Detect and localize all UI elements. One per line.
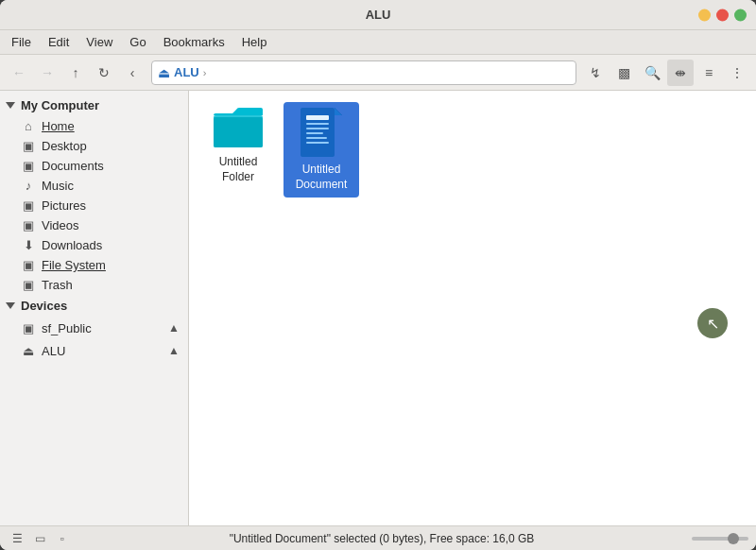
sidebar-item-label-documents: Documents xyxy=(42,159,104,173)
menu-bookmarks[interactable]: Bookmarks xyxy=(156,33,232,51)
window-title: ALU xyxy=(366,8,391,22)
sidebar-item-pictures[interactable]: ▣ Pictures xyxy=(0,196,188,215)
prev-location-icon: ‹ xyxy=(130,65,135,80)
downloads-icon: ⬇ xyxy=(21,238,36,252)
prev-location-button[interactable]: ‹ xyxy=(119,60,146,86)
sidebar-item-label-downloads: Downloads xyxy=(42,238,102,252)
alu-label: ALU xyxy=(42,344,160,358)
sidebar-item-label-home: Home xyxy=(42,119,75,133)
svg-rect-3 xyxy=(306,123,329,125)
filesystem-icon: ▣ xyxy=(21,258,36,272)
maximize-button[interactable] xyxy=(716,9,729,21)
menu-file[interactable]: File xyxy=(4,33,39,51)
icon-view-button[interactable]: ⇼ xyxy=(667,60,694,86)
desktop-icon: ▣ xyxy=(21,139,36,153)
split-view-icon: ↯ xyxy=(590,65,601,80)
sidebar-section-devices[interactable]: Devices xyxy=(0,295,188,317)
back-icon: ← xyxy=(12,65,26,80)
forward-button[interactable]: → xyxy=(34,60,60,86)
sidebar-item-label-music: Music xyxy=(42,179,74,193)
location-text: ALU xyxy=(174,65,199,79)
zoom-slider[interactable] xyxy=(692,537,748,541)
pictures-icon: ▣ xyxy=(21,198,36,213)
svg-rect-4 xyxy=(306,128,329,129)
cursor-arrow-icon: ↖ xyxy=(707,315,719,333)
sidebar-item-label-trash: Trash xyxy=(42,278,73,292)
menu-edit[interactable]: Edit xyxy=(41,33,77,51)
sidebar-item-filesystem[interactable]: ▣ File System xyxy=(0,255,188,275)
file-area[interactable]: UntitledFolder UntitledD xyxy=(189,91,756,525)
search-button[interactable]: 🔍 xyxy=(639,60,665,86)
statusbar: ☰ ▭ ▫ "Untitled Document" selected (0 by… xyxy=(0,525,756,550)
status-icon-2[interactable]: ▭ xyxy=(30,529,49,548)
location-bar-icon: ⏏ xyxy=(158,65,170,80)
reload-button[interactable]: ↻ xyxy=(91,60,117,86)
file-item-folder[interactable]: UntitledFolder xyxy=(200,102,276,198)
list-view-button[interactable]: ≡ xyxy=(696,60,722,86)
alu-eject-button[interactable]: ▲ xyxy=(165,342,182,359)
zoom-thumb xyxy=(728,533,739,544)
file-item-document[interactable]: UntitledDocument xyxy=(284,102,359,198)
sf-public-eject-button[interactable]: ▲ xyxy=(165,319,182,336)
devices-section-expand-icon xyxy=(6,302,15,309)
sidebar-item-desktop[interactable]: ▣ Desktop xyxy=(0,136,188,156)
split-view-button[interactable]: ↯ xyxy=(582,60,609,86)
cursor-circle: ↖ xyxy=(697,308,728,338)
location-bar[interactable]: ⏏ ALU › xyxy=(151,60,576,85)
sidebar-item-videos[interactable]: ▣ Videos xyxy=(0,215,188,235)
menu-go[interactable]: Go xyxy=(122,33,153,51)
sf-public-label: sf_Public xyxy=(42,321,160,335)
main-area: My Computer ⌂ Home ▣ Desktop ▣ Documents… xyxy=(0,91,756,525)
back-button[interactable]: ← xyxy=(6,60,32,86)
my-computer-label: My Computer xyxy=(21,98,99,112)
menu-view[interactable]: View xyxy=(78,33,120,51)
svg-rect-1 xyxy=(214,117,263,147)
sf-public-icon: ▣ xyxy=(21,321,36,335)
svg-rect-5 xyxy=(306,132,323,134)
sidebar-item-trash[interactable]: ▣ Trash xyxy=(0,275,188,295)
sidebar-item-music[interactable]: ♪ Music xyxy=(0,176,188,196)
close-button[interactable] xyxy=(734,9,747,21)
toolbar-right: ↯ ▩ 🔍 ⇼ ≡ ⋮ xyxy=(582,60,750,86)
alu-icon: ⏏ xyxy=(21,344,36,358)
sidebar-item-alu[interactable]: ⏏ ALU ▲ xyxy=(0,339,188,362)
trash-icon: ▣ xyxy=(21,278,36,292)
sidebar-item-sf-public[interactable]: ▣ sf_Public ▲ xyxy=(0,317,188,339)
folder-view-button[interactable]: ▩ xyxy=(610,60,637,86)
location-arrow: › xyxy=(203,67,207,78)
list-view-icon: ≡ xyxy=(705,65,713,80)
up-button[interactable]: ↑ xyxy=(62,60,89,86)
window-controls xyxy=(698,9,747,21)
sidebar-item-documents[interactable]: ▣ Documents xyxy=(0,156,188,176)
status-icon-3[interactable]: ▫ xyxy=(53,529,72,548)
status-icon-1[interactable]: ☰ xyxy=(8,529,26,548)
document-label: UntitledDocument xyxy=(296,163,348,192)
sidebar-item-home[interactable]: ⌂ Home xyxy=(0,116,188,136)
sidebar-item-downloads[interactable]: ⬇ Downloads xyxy=(0,235,188,255)
svg-rect-6 xyxy=(306,137,327,139)
videos-icon: ▣ xyxy=(21,218,36,232)
svg-rect-8 xyxy=(306,115,329,120)
home-icon: ⌂ xyxy=(21,119,36,133)
zoom-controls xyxy=(692,537,748,541)
document-icon xyxy=(301,108,342,157)
status-icons: ☰ ▭ ▫ xyxy=(8,529,72,548)
cursor-overlay: ↖ xyxy=(697,308,728,338)
toolbar: ← → ↑ ↻ ‹ ⏏ ALU › ↯ ▩ 🔍 xyxy=(0,55,756,91)
sidebar: My Computer ⌂ Home ▣ Desktop ▣ Documents… xyxy=(0,91,189,525)
music-icon: ♪ xyxy=(21,179,36,193)
menu-help[interactable]: Help xyxy=(234,33,275,51)
svg-rect-7 xyxy=(306,142,329,144)
search-icon: 🔍 xyxy=(644,65,661,80)
compact-view-button[interactable]: ⋮ xyxy=(724,60,750,86)
menubar: File Edit View Go Bookmarks Help xyxy=(0,30,756,55)
documents-icon: ▣ xyxy=(21,159,36,173)
main-window: ALU File Edit View Go Bookmarks Help ← →… xyxy=(0,0,756,550)
folder-label: UntitledFolder xyxy=(219,155,258,184)
sidebar-item-label-pictures: Pictures xyxy=(42,198,86,213)
folder-view-icon: ▩ xyxy=(618,65,630,80)
sidebar-section-my-computer[interactable]: My Computer xyxy=(0,95,188,116)
reload-icon: ↻ xyxy=(98,65,110,80)
minimize-button[interactable] xyxy=(698,9,711,21)
section-expand-icon xyxy=(6,102,15,109)
